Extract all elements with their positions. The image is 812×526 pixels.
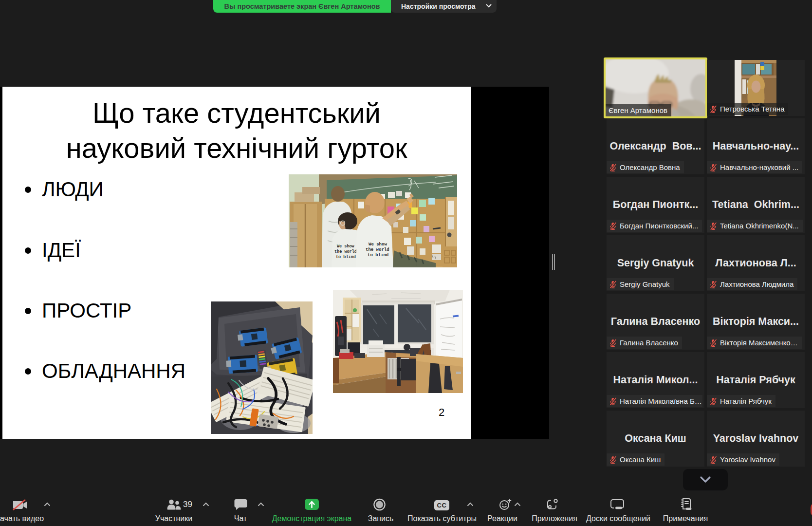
svg-text:to blind: to blind (336, 255, 356, 260)
svg-text:the world: the world (334, 249, 357, 254)
svg-text:the world: the world (366, 247, 389, 252)
svg-text:We show: We show (369, 242, 387, 247)
svg-text:We show: We show (337, 244, 355, 249)
svg-text:to blind: to blind (368, 253, 388, 258)
